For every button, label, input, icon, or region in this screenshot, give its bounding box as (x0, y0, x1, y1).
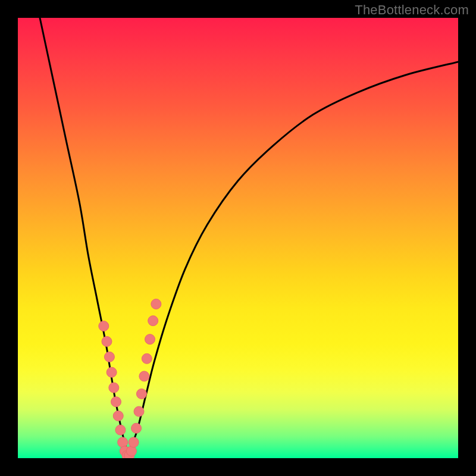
sample-dot (134, 406, 144, 416)
sample-dot (131, 423, 142, 433)
sample-dot (111, 397, 121, 407)
sample-dot (148, 316, 158, 326)
sample-dot (139, 371, 149, 381)
sample-dot (118, 437, 128, 447)
sample-dot (115, 425, 126, 435)
sample-dot (113, 411, 123, 421)
chart-svg (18, 18, 458, 458)
sample-dot (126, 446, 136, 456)
sample-dot (107, 367, 117, 377)
chart-frame: TheBottleneck.com (0, 0, 476, 476)
sample-dot (109, 383, 119, 393)
watermark-text: TheBottleneck.com (355, 2, 469, 18)
bottleneck-curve (128, 62, 458, 454)
sample-dot (151, 299, 161, 309)
sample-dot (102, 336, 112, 346)
sample-dot (104, 352, 114, 362)
sample-dot (145, 334, 155, 345)
sample-dot (136, 389, 146, 399)
sample-dot (129, 437, 139, 447)
plot-area (18, 18, 458, 458)
sample-dot (142, 353, 152, 364)
sample-dot (99, 321, 109, 331)
